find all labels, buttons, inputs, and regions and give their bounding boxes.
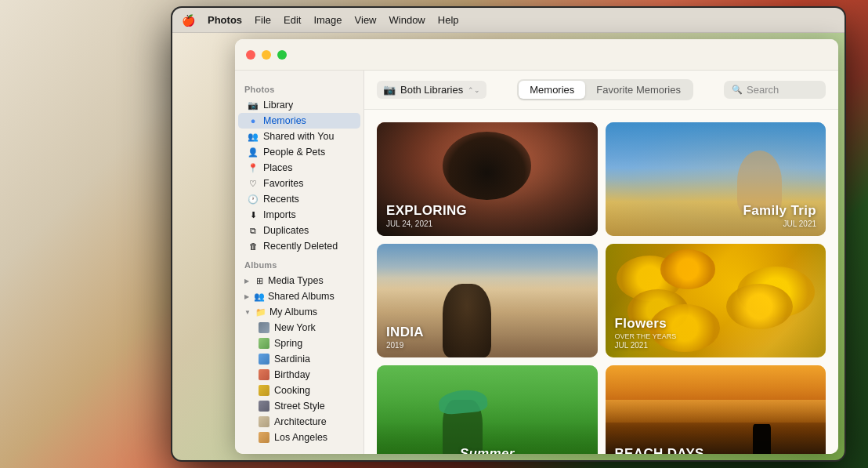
memory-date-family-trip: JUL 2021 [743, 219, 817, 228]
memory-label-flowers: Flowers OVER THE YEARS JUL 2021 [615, 317, 677, 350]
memory-label-beach-days: BEACH DAYS 2019 [615, 447, 704, 454]
memory-label-india: INDIA 2019 [386, 325, 424, 350]
search-icon: 🔍 [732, 85, 743, 95]
close-button[interactable] [246, 50, 255, 60]
memory-date-flowers: JUL 2021 [615, 341, 677, 350]
chevron-right-icon: ▶ [244, 278, 249, 285]
sidebar-item-los-angeles[interactable]: Los Angeles [238, 430, 360, 445]
media-types-icon: ⊞ [254, 275, 265, 286]
apple-menu[interactable]: 🍎 [182, 14, 195, 27]
menu-file[interactable]: File [255, 14, 271, 26]
menu-photos[interactable]: Photos [208, 14, 242, 26]
sidebar-item-duplicates[interactable]: ⧉ Duplicates [238, 223, 360, 238]
memory-label-summer: Summer 2017 [377, 447, 598, 454]
menu-bar: 🍎 Photos File Edit Image View Window Hel… [172, 8, 844, 33]
menu-edit[interactable]: Edit [284, 14, 301, 26]
album-thumb-birthday [259, 369, 269, 380]
memory-date-exploring: JUL 24, 2021 [386, 219, 467, 228]
recents-icon: 🕐 [248, 194, 259, 205]
memory-card-beach-days[interactable]: BEACH DAYS 2019 [606, 365, 826, 454]
sidebar-item-cooking[interactable]: Cooking [238, 383, 360, 398]
title-bar [235, 39, 838, 71]
sidebar-item-library[interactable]: 📷 Library [238, 97, 360, 113]
menu-window[interactable]: Window [389, 14, 425, 26]
content-toolbar: 📷 Both Libraries ⌃⌄ Memories Favorite Me… [364, 71, 838, 110]
memory-card-family-trip[interactable]: Family Trip JUL 2021 [606, 122, 826, 236]
memory-label-family-trip: Family Trip JUL 2021 [743, 204, 817, 228]
sidebar-item-architecture[interactable]: Architecture [238, 414, 360, 430]
sidebar-group-shared-albums[interactable]: ▶ 👥 Shared Albums [238, 288, 360, 304]
library-selector[interactable]: 📷 Both Libraries ⌃⌄ [377, 81, 486, 99]
library-selector-chevron: ⌃⌄ [468, 86, 480, 94]
sidebar-item-spring[interactable]: Spring [238, 336, 360, 351]
tab-memories[interactable]: Memories [519, 81, 585, 99]
sidebar-item-birthday[interactable]: Birthday [238, 367, 360, 383]
sidebar-item-favorites[interactable]: ♡ Favorites [238, 176, 360, 191]
sidebar-item-places[interactable]: 📍 Places [238, 160, 360, 176]
shared-icon: 👥 [248, 131, 259, 142]
sidebar-item-memories[interactable]: ● Memories [238, 113, 360, 129]
sidebar-item-street-style[interactable]: Street Style [238, 398, 360, 414]
people-icon: 👤 [248, 147, 259, 158]
shared-albums-icon: 👥 [254, 291, 265, 302]
sidebar-label-los-angeles: Los Angeles [274, 432, 327, 443]
chevron-down-icon: ▼ [244, 309, 251, 316]
sidebar-item-shared[interactable]: 👥 Shared with You [238, 129, 360, 144]
memory-title-flowers: Flowers [615, 317, 677, 332]
album-thumb-new-york [259, 322, 269, 333]
duplicates-icon: ⧉ [248, 225, 259, 236]
menu-image[interactable]: Image [313, 14, 342, 26]
deleted-icon: 🗑 [248, 241, 259, 252]
library-selector-label: Both Libraries [400, 84, 463, 96]
my-albums-icon: 📁 [255, 307, 266, 317]
memory-title-summer: Summer [377, 447, 598, 454]
maximize-button[interactable] [277, 50, 287, 60]
sidebar-item-deleted[interactable]: 🗑 Recently Deleted [238, 238, 360, 254]
memory-card-exploring[interactable]: EXPLORING JUL 24, 2021 [377, 122, 598, 236]
sidebar-item-people[interactable]: 👤 People & Pets [238, 144, 360, 160]
sidebar-item-sardinia[interactable]: Sardinia [238, 351, 360, 367]
sidebar-label-shared: Shared with You [263, 131, 334, 142]
sidebar-label-deleted: Recently Deleted [263, 241, 338, 252]
places-icon: 📍 [248, 162, 259, 173]
sidebar-label-favorites: Favorites [263, 178, 303, 189]
memory-card-summer[interactable]: Summer 2017 [377, 365, 598, 454]
search-box[interactable]: 🔍 Search [724, 81, 826, 99]
tab-favorite-memories[interactable]: Favorite Memories [585, 81, 692, 99]
sidebar-label-duplicates: Duplicates [263, 225, 309, 236]
menu-help[interactable]: Help [438, 14, 459, 26]
sidebar-label-places: Places [263, 162, 293, 173]
album-thumb-sardinia [259, 354, 269, 365]
app-background: Photos 📷 Library ● Memories 👥 Shared wit… [172, 33, 844, 460]
album-thumb-street-style [259, 401, 269, 412]
memory-card-flowers[interactable]: Flowers OVER THE YEARS JUL 2021 [606, 244, 826, 357]
minimize-button[interactable] [262, 50, 271, 60]
menu-view[interactable]: View [355, 14, 377, 26]
sidebar-label-imports: Imports [263, 209, 296, 220]
sidebar-label-memories: Memories [263, 115, 306, 126]
album-thumb-spring [259, 338, 269, 349]
memory-card-india[interactable]: INDIA 2019 [377, 244, 598, 357]
sidebar-group-media-types[interactable]: ▶ ⊞ Media Types [238, 273, 360, 288]
sidebar-label-my-albums: My Albums [269, 307, 317, 317]
memory-label-exploring: EXPLORING JUL 24, 2021 [386, 204, 467, 228]
sidebar: Photos 📷 Library ● Memories 👥 Shared wit… [235, 71, 364, 454]
library-icon: 📷 [248, 100, 259, 111]
sidebar-label-recents: Recents [263, 194, 299, 205]
sidebar-label-shared-albums: Shared Albums [268, 291, 335, 302]
content-area: 📷 Both Libraries ⌃⌄ Memories Favorite Me… [364, 71, 838, 454]
sidebar-group-my-albums[interactable]: ▼ 📁 My Albums [238, 304, 360, 320]
sidebar-label-sardinia: Sardinia [274, 354, 310, 365]
sidebar-section-photos: Photos [235, 78, 363, 97]
memory-title-beach-days: BEACH DAYS [615, 447, 704, 454]
sidebar-item-new-york[interactable]: New York [238, 320, 360, 336]
sidebar-item-recents[interactable]: 🕐 Recents [238, 191, 360, 207]
memory-subtitle-flowers: OVER THE YEARS [615, 332, 677, 340]
memory-title-india: INDIA [386, 325, 424, 340]
sidebar-item-imports[interactable]: ⬇ Imports [238, 207, 360, 223]
favorites-icon: ♡ [248, 178, 259, 189]
tab-group: Memories Favorite Memories [517, 79, 693, 100]
sidebar-label-media-types: Media Types [268, 275, 324, 286]
chevron-right-icon-2: ▶ [244, 293, 249, 300]
album-thumb-architecture [259, 416, 269, 427]
